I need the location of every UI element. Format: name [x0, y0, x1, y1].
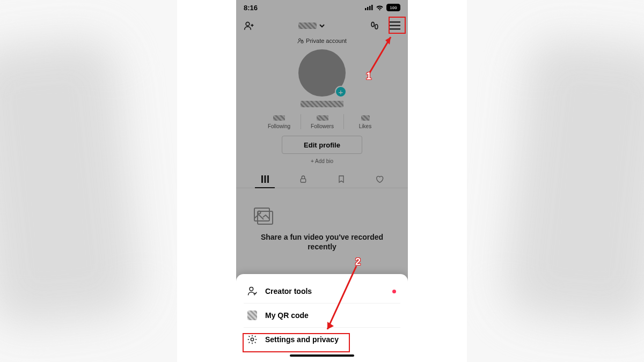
stat-likes[interactable]: Likes — [343, 114, 386, 129]
menu-creator-tools[interactable]: Creator tools — [236, 279, 408, 303]
stage: 8:16 100 — [177, 0, 467, 362]
stats-row: Following Followers Likes — [236, 114, 408, 129]
svg-point-20 — [251, 338, 253, 341]
bookmark-icon — [337, 175, 346, 183]
background-blur-right — [501, 36, 644, 329]
tab-private[interactable] — [284, 172, 322, 188]
lock-person-icon — [297, 38, 304, 44]
svg-rect-17 — [254, 208, 269, 221]
chevron-down-icon — [319, 23, 325, 29]
add-bio-button[interactable]: + Add bio — [236, 158, 408, 164]
display-name — [236, 101, 408, 109]
following-label: Following — [261, 123, 297, 129]
status-bar: 8:16 100 — [236, 0, 408, 15]
followers-label: Followers — [304, 123, 340, 129]
account-type-banner: Private account — [236, 36, 408, 47]
avatar[interactable]: + — [298, 49, 346, 97]
phone-frame: 8:16 100 — [236, 0, 408, 362]
svg-rect-7 — [390, 21, 400, 23]
letterbox-right — [408, 0, 467, 362]
svg-point-19 — [250, 287, 253, 291]
tab-grid[interactable] — [246, 172, 284, 188]
account-type-label: Private account — [306, 38, 347, 44]
svg-point-4 — [246, 22, 250, 26]
menu-settings-privacy[interactable]: Settings and privacy — [244, 327, 400, 351]
add-friends-icon[interactable] — [241, 18, 257, 33]
empty-state-caption: Share a fun video you've recorded recent… — [252, 232, 392, 252]
menu-settings-label: Settings and privacy — [265, 335, 339, 344]
photos-icon — [252, 206, 392, 227]
menu-sheet: Creator tools My QR code Settings and pr… — [236, 274, 408, 362]
heart-icon — [375, 175, 384, 183]
menu-qr-code-label: My QR code — [265, 311, 309, 320]
svg-rect-14 — [267, 175, 269, 183]
gear-icon — [247, 334, 258, 345]
cellular-icon — [365, 5, 373, 10]
followers-count-redacted — [317, 115, 328, 121]
empty-state: Share a fun video you've recorded recent… — [236, 188, 408, 252]
grid-icon — [261, 175, 269, 183]
status-time: 8:16 — [244, 4, 258, 12]
status-right: 100 — [365, 4, 400, 11]
letterbox-left — [177, 0, 236, 362]
svg-rect-0 — [365, 8, 367, 10]
menu-qr-code[interactable]: My QR code — [244, 303, 400, 327]
svg-point-5 — [371, 22, 374, 26]
svg-point-18 — [258, 211, 261, 214]
stat-following[interactable]: Following — [258, 114, 301, 129]
username-dropdown[interactable] — [298, 23, 325, 29]
svg-rect-15 — [301, 179, 305, 182]
wifi-icon — [376, 5, 384, 11]
hamburger-menu-icon[interactable] — [387, 18, 402, 33]
profile-header — [236, 15, 408, 36]
footsteps-icon[interactable] — [367, 18, 382, 33]
svg-rect-11 — [301, 41, 303, 43]
svg-point-6 — [375, 25, 378, 29]
edit-profile-button[interactable]: Edit profile — [282, 136, 362, 154]
display-name-redacted — [301, 101, 343, 107]
notification-dot — [392, 290, 396, 293]
svg-rect-3 — [371, 5, 373, 10]
svg-rect-13 — [264, 175, 266, 183]
avatar-add-button[interactable]: + — [335, 86, 347, 98]
tab-saved[interactable] — [322, 172, 360, 188]
svg-rect-12 — [261, 175, 263, 183]
home-indicator — [290, 354, 354, 357]
svg-rect-8 — [390, 25, 400, 26]
svg-rect-9 — [390, 28, 400, 29]
stat-followers[interactable]: Followers — [301, 114, 343, 129]
svg-point-10 — [299, 39, 301, 41]
profile-tabs — [236, 172, 408, 188]
svg-rect-2 — [369, 6, 371, 10]
likes-label: Likes — [347, 123, 383, 129]
menu-creator-tools-label: Creator tools — [265, 287, 312, 295]
background-blur-left — [0, 36, 143, 329]
avatar-container: + — [236, 47, 408, 97]
qr-code-icon — [247, 310, 258, 321]
tab-liked[interactable] — [360, 172, 398, 188]
battery-icon: 100 — [386, 4, 400, 11]
username-redacted — [298, 23, 317, 29]
likes-count-redacted — [361, 115, 370, 121]
lock-icon — [299, 175, 308, 183]
svg-rect-1 — [367, 7, 369, 10]
following-count-redacted — [273, 115, 285, 121]
creator-tools-icon — [247, 286, 258, 297]
